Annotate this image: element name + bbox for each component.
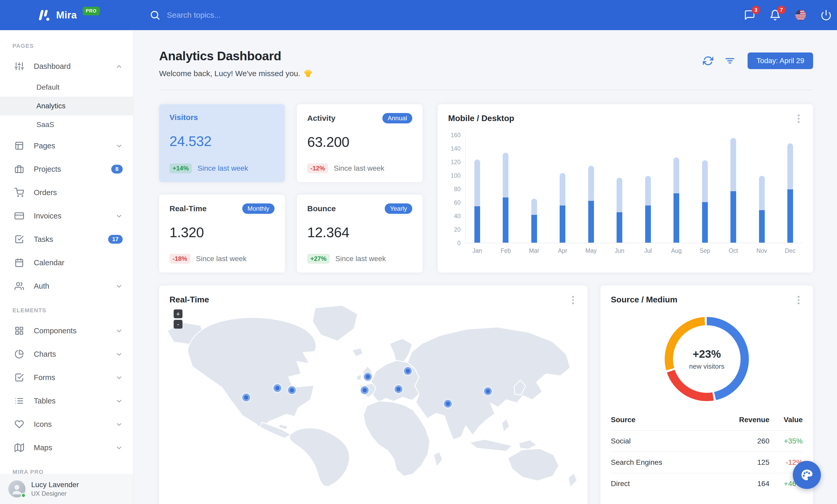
refresh-button[interactable] <box>703 56 713 66</box>
sidebar-user-footer[interactable]: Lucy Lavender UX Designer <box>0 474 133 504</box>
visitors-delta-badge: +14% <box>170 163 192 173</box>
desktop-segment <box>674 157 679 193</box>
language-flag-button[interactable] <box>795 10 806 21</box>
heart-icon <box>15 419 24 429</box>
bar-nov[interactable]: Nov <box>759 135 765 243</box>
messages-count-badge: 3 <box>752 6 760 14</box>
world-map-svg <box>159 299 587 502</box>
bar-dec[interactable]: Dec <box>787 135 793 243</box>
chevron-down-icon <box>115 374 123 381</box>
column-header: Revenue <box>712 416 769 424</box>
bar-oct[interactable]: Oct <box>730 135 736 243</box>
sidebar-section-pages: PAGES <box>0 30 133 55</box>
briefcase-icon <box>15 165 24 174</box>
y-axis-tick-label: 140 <box>451 145 461 152</box>
sidebar-item-icons[interactable]: Icons <box>0 413 133 436</box>
credit-card-icon <box>15 211 24 221</box>
desktop-segment <box>730 138 736 191</box>
chevron-down-icon <box>115 444 123 451</box>
sidebar-item-components[interactable]: Components <box>0 319 133 342</box>
power-icon <box>820 10 832 21</box>
refresh-icon <box>703 56 713 66</box>
sidebar-item-projects[interactable]: Projects 8 <box>0 157 133 181</box>
sidebar-item-saas[interactable]: SaaS <box>0 115 133 134</box>
sidebar-item-pages[interactable]: Pages <box>0 134 133 157</box>
chevron-down-icon <box>115 421 123 428</box>
card-menu-button[interactable] <box>795 295 803 304</box>
bar-apr[interactable]: Apr <box>559 135 566 243</box>
sidebar-item-auth[interactable]: Auth <box>0 274 133 298</box>
sidebar-item-calendar[interactable]: Calendar <box>0 251 133 274</box>
map-marker-beijing[interactable] <box>483 386 493 396</box>
sidebar-item-analytics[interactable]: Analytics <box>0 97 133 115</box>
map-marker-madrid[interactable] <box>360 385 370 395</box>
desktop-segment <box>645 176 651 205</box>
map-zoom-out-button[interactable]: - <box>174 320 182 329</box>
bar-jan[interactable]: Jan <box>474 135 480 243</box>
bar-aug[interactable]: Aug <box>673 135 679 243</box>
sidebar-item-maps[interactable]: Maps <box>0 436 133 459</box>
sidebar-item-dashboard[interactable]: Dashboard <box>0 55 133 78</box>
user-role: UX Designer <box>31 490 79 497</box>
sidebar-section-elements: ELEMENTS <box>0 298 133 319</box>
bar-may[interactable]: May <box>588 135 594 243</box>
realtime-map-card: Real-Time + - <box>159 285 587 504</box>
map-marker-london[interactable] <box>363 372 373 381</box>
source-cell: Social <box>611 437 712 445</box>
search-input[interactable] <box>167 11 302 19</box>
mobile-desktop-chart-card: Mobile / Desktop 020406080100120140160 J… <box>438 104 813 273</box>
brand[interactable]: Mira PRO <box>37 0 100 30</box>
bar-feb[interactable]: Feb <box>502 135 509 243</box>
stat-cards: Visitors 24.532 +14% Since last week Act… <box>159 104 423 273</box>
map-marker-chicago[interactable] <box>272 383 282 393</box>
world-map[interactable] <box>159 299 587 502</box>
desktop-segment <box>787 144 793 189</box>
sidebar-item-invoices[interactable]: Invoices <box>0 204 133 228</box>
calendar-icon <box>15 258 24 267</box>
y-axis-tick-label: 80 <box>454 186 461 193</box>
bar-jul[interactable]: Jul <box>645 135 651 243</box>
map-marker-istanbul[interactable] <box>394 384 404 394</box>
sidebar-item-tables[interactable]: Tables <box>0 389 133 413</box>
map-marker-moscow[interactable] <box>403 366 413 376</box>
sidebar-item-forms[interactable]: Forms <box>0 366 133 389</box>
filter-icon <box>725 56 735 66</box>
messages-button[interactable]: 3 <box>744 10 755 21</box>
mira-logo-icon <box>37 8 50 22</box>
mobile-segment <box>645 205 651 243</box>
filter-button[interactable] <box>725 56 735 66</box>
sidebar-item-default[interactable]: Default <box>0 78 133 97</box>
mobile-segment <box>475 206 480 243</box>
bounce-title: Bounce <box>307 204 336 213</box>
bar-mar[interactable]: Mar <box>531 135 537 243</box>
notifications-button[interactable]: 7 <box>769 10 781 21</box>
card-menu-button[interactable] <box>795 114 803 123</box>
source-medium-card: Source / Medium +23% new visitors Source… <box>601 285 813 504</box>
theme-settings-fab[interactable] <box>793 461 821 489</box>
map-marker-new-york[interactable] <box>287 385 297 395</box>
map-marker-delhi[interactable] <box>443 399 453 409</box>
map-zoom-in-button[interactable]: + <box>174 310 182 318</box>
tasks-count-badge: 17 <box>108 235 123 244</box>
visitors-note: Since last week <box>198 164 248 172</box>
activity-delta-badge: -12% <box>307 163 328 173</box>
navbar-search <box>150 0 302 30</box>
mobile-segment <box>560 205 565 243</box>
sidebar-item-tasks[interactable]: Tasks 17 <box>0 228 133 251</box>
online-status-dot <box>21 493 26 498</box>
bar-sep[interactable]: Sep <box>702 135 708 243</box>
revenue-cell: 260 <box>712 437 769 445</box>
today-date-button[interactable]: Today: April 29 <box>748 53 813 69</box>
bar-jun[interactable]: Jun <box>616 135 623 243</box>
x-axis-tick-label: Jan <box>472 247 482 254</box>
sidebar-item-orders[interactable]: Orders <box>0 181 133 204</box>
sidebar-item-charts[interactable]: Charts <box>0 342 133 366</box>
realtime-note: Since last week <box>196 255 247 263</box>
chart-title: Mobile / Desktop <box>448 114 514 123</box>
column-header: Source <box>611 416 712 424</box>
map-marker-san-francisco[interactable] <box>241 393 251 403</box>
donut-center-label: new visitors <box>689 362 725 371</box>
us-flag-icon <box>795 10 806 21</box>
users-icon <box>15 281 24 291</box>
logout-button[interactable] <box>820 10 832 21</box>
